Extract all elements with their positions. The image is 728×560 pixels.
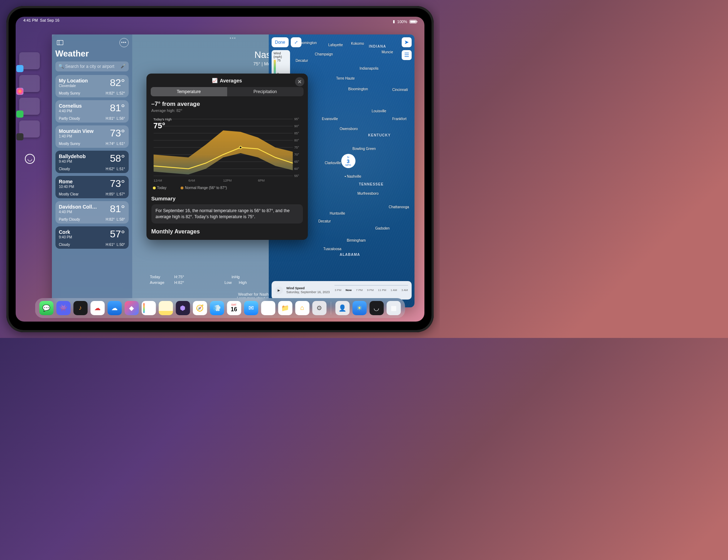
- map-label: Terre Haute: [336, 76, 355, 80]
- stage-thumb[interactable]: [19, 75, 40, 92]
- svg-text:80°: 80°: [294, 139, 299, 142]
- location-card[interactable]: Rome10:40 PM73° Mostly ClearH:85° L:67°: [55, 176, 129, 198]
- speedometer-icon[interactable]: ◡: [25, 154, 35, 164]
- search-input[interactable]: [55, 61, 129, 71]
- dock-app-drive[interactable]: ☁: [107, 301, 122, 315]
- map-label: Birmingham: [347, 238, 366, 242]
- map-label: Decatur: [296, 59, 308, 63]
- map-label: INDIANA: [369, 44, 386, 48]
- layers-icon[interactable]: ☰: [402, 50, 412, 60]
- map-label: Clarksville: [325, 161, 341, 165]
- more-icon[interactable]: •••: [119, 38, 129, 47]
- dock-app-multi[interactable]: ▦: [386, 301, 401, 315]
- sidebar-title: Weather: [55, 49, 129, 59]
- location-card[interactable]: My LocationCloverdale82° Mostly SunnyH:8…: [55, 75, 129, 97]
- chart-legend: Today Normal Range (56° to 87°): [153, 186, 301, 190]
- map-label: Huntsville: [330, 211, 345, 215]
- averages-popover: 📈 Averages ✕ Temperature Precipitation –…: [146, 74, 308, 240]
- location-card[interactable]: Ballydehob9:40 PM58° CloudyH:62° L:51°: [55, 151, 129, 173]
- dock-app-mail[interactable]: ✉: [244, 301, 258, 315]
- dock-app-contacts[interactable]: 👤: [335, 301, 349, 315]
- averages-chart: Today's High 75° 55°60°65°70°75°80°85°90…: [151, 116, 303, 184]
- svg-text:90°: 90°: [294, 124, 299, 128]
- mini-stats: TodayAverage H:75°H:82°: [150, 275, 184, 285]
- dock-app-wind[interactable]: 💨: [210, 301, 224, 315]
- weather-sidebar: ••• Weather 🔍 🎤 My LocationCloverdale82°…: [52, 34, 132, 307]
- mic-icon[interactable]: 🎤: [121, 64, 126, 69]
- stage-thumb[interactable]: [19, 98, 40, 115]
- svg-text:85°: 85°: [294, 131, 299, 135]
- map-label: Champaign: [315, 52, 333, 56]
- map-label: Decatur: [318, 219, 331, 223]
- map-timeline[interactable]: ▶ Wind Speed Saturday, September 16, 202…: [272, 281, 412, 300]
- summary-text: For September 16, the normal temperature…: [151, 204, 303, 224]
- dock-app-music[interactable]: ♪: [73, 301, 87, 315]
- dock-app-home[interactable]: ⌂: [295, 301, 309, 315]
- done-button[interactable]: Done: [272, 37, 289, 47]
- monthly-averages-title: Monthly Averages: [146, 228, 308, 235]
- dock-app-obsidian[interactable]: ⬢: [176, 301, 190, 315]
- map-label: Chattanooga: [389, 205, 409, 209]
- stage-thumb[interactable]: [19, 52, 40, 69]
- location-card[interactable]: Cork9:40 PM57° CloudyH:61° L:50°: [55, 226, 129, 249]
- map-label: Kokomo: [351, 42, 364, 45]
- dock-app-reminders[interactable]: [141, 301, 156, 315]
- map-label: Murfreesboro: [358, 192, 379, 195]
- dock-app-messages[interactable]: 💬: [39, 301, 53, 315]
- svg-text:55°: 55°: [294, 174, 299, 178]
- stage-manager-strip: ◡: [19, 52, 40, 164]
- location-card[interactable]: Cornelius4:40 PM81° Partly CloudyH:81° L…: [55, 100, 129, 123]
- svg-text:95°: 95°: [294, 117, 299, 121]
- stage-thumb[interactable]: [19, 120, 40, 138]
- status-bar: 4:41 PM Sat Sep 16 ▮100%: [16, 18, 424, 25]
- dock-app-files[interactable]: 📁: [278, 301, 292, 315]
- svg-point-20: [239, 146, 242, 149]
- map-label: TENNESSEE: [359, 182, 384, 186]
- svg-text:65°: 65°: [294, 160, 299, 163]
- map-label: Bowling Green: [353, 147, 376, 151]
- svg-rect-0: [57, 40, 63, 45]
- locations-list: My LocationCloverdale82° Mostly SunnyH:8…: [55, 75, 129, 249]
- svg-text:60°: 60°: [294, 167, 299, 171]
- play-icon[interactable]: ▶: [275, 286, 283, 294]
- close-button[interactable]: ✕: [295, 77, 304, 86]
- tab-precipitation[interactable]: Precipitation: [227, 87, 304, 96]
- dock-app-speed[interactable]: ◡: [369, 301, 384, 315]
- map-label: Frankfort: [392, 117, 407, 121]
- map-label: Muncie: [382, 50, 393, 54]
- sidebar-toggle-icon[interactable]: [55, 38, 65, 47]
- map-label: • Nashville: [345, 174, 362, 178]
- map-label: Lafayette: [328, 43, 343, 47]
- dock-app-calendar[interactable]: SAT16: [227, 301, 241, 315]
- dock-app-settings[interactable]: ⚙: [312, 301, 326, 315]
- svg-text:12AM: 12AM: [154, 179, 162, 182]
- search-icon: 🔍: [58, 64, 64, 69]
- dock-app-photos[interactable]: ❀: [261, 301, 275, 315]
- segmented-control[interactable]: Temperature Precipitation: [151, 87, 304, 96]
- map-label: Cincinnati: [392, 88, 408, 92]
- summary-title: Summary: [151, 195, 303, 201]
- search-field[interactable]: 🔍 🎤: [55, 61, 129, 71]
- svg-text:12PM: 12PM: [223, 179, 231, 182]
- expand-button[interactable]: ⤢: [291, 37, 301, 47]
- dock-app-weather[interactable]: ☀: [352, 301, 366, 315]
- dock-app-shortcuts[interactable]: ◆: [124, 301, 139, 315]
- location-card[interactable]: Davidson Coll…4:40 PM81° Partly CloudyH:…: [55, 201, 129, 224]
- map-label: KENTUCKY: [368, 133, 391, 137]
- dock-app-discord[interactable]: 👾: [56, 301, 70, 315]
- dock-app-cloud[interactable]: ☁: [90, 301, 105, 315]
- map-label: Indianapolis: [360, 66, 379, 70]
- popover-title: Averages: [220, 78, 242, 84]
- locate-icon[interactable]: ➤: [402, 37, 412, 47]
- chart-icon: 📈: [212, 78, 218, 83]
- dock-app-safari[interactable]: 🧭: [193, 301, 207, 315]
- map-label: Gadsden: [375, 226, 390, 230]
- wind-badge: N3MPH: [341, 154, 355, 168]
- map-label: Bloomington: [348, 87, 368, 91]
- dock-app-notes[interactable]: [159, 301, 173, 315]
- location-card[interactable]: Mountain View1:40 PM73° Mostly SunnyH:74…: [55, 125, 129, 148]
- svg-text:75°: 75°: [294, 146, 299, 149]
- map-label: Owensboro: [340, 127, 358, 131]
- window-handle-icon[interactable]: •••: [230, 36, 236, 41]
- tab-temperature[interactable]: Temperature: [151, 87, 227, 96]
